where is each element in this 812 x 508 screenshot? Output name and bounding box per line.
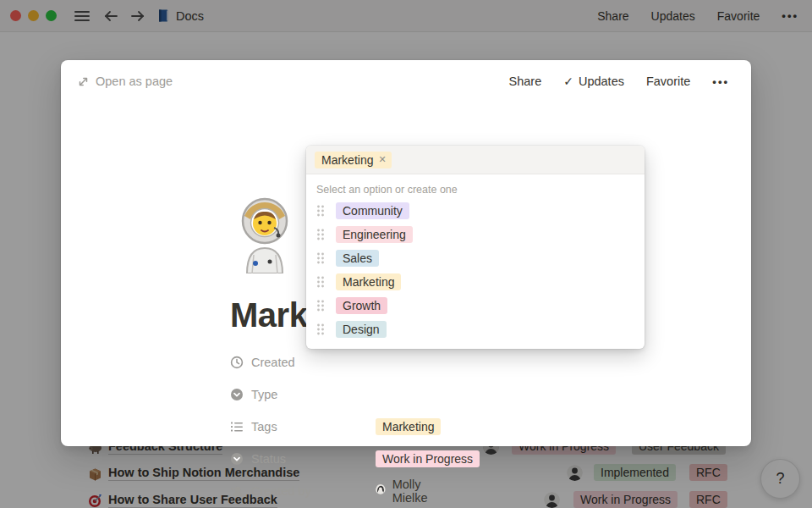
- property-created-by[interactable]: Created by: [230, 484, 374, 498]
- property-created[interactable]: Created: [230, 356, 374, 369]
- modal-share-button[interactable]: Share: [509, 75, 542, 88]
- dropdown-option-growth[interactable]: Growth: [306, 294, 645, 318]
- check-icon: ✓: [563, 75, 573, 88]
- property-label: Status: [251, 452, 286, 466]
- property-label: Type: [251, 388, 277, 401]
- property-row-tags: Tags Marketing: [230, 417, 374, 436]
- tag-input-area[interactable]: Marketing ✕: [306, 146, 645, 174]
- select-icon: [230, 452, 244, 466]
- property-status[interactable]: Status: [230, 452, 374, 466]
- created-by-name: Molly Mielke: [392, 478, 434, 505]
- open-as-page-button[interactable]: Open as page: [78, 75, 173, 88]
- dropdown-option-sales[interactable]: Sales: [306, 246, 645, 270]
- modal-header: Open as page Share ✓ Updates Favorite ••…: [61, 60, 751, 102]
- selected-tag-chip[interactable]: Marketing ✕: [315, 152, 392, 168]
- tag-select-dropdown: Marketing ✕ Select an option or create o…: [306, 146, 645, 349]
- modal-updates-button[interactable]: ✓ Updates: [563, 75, 624, 88]
- dropdown-option-marketing[interactable]: Marketing: [306, 270, 645, 294]
- modal-updates-label: Updates: [579, 75, 624, 88]
- property-label: Tags: [251, 420, 277, 433]
- open-as-page-label: Open as page: [96, 75, 173, 88]
- property-label: Created: [251, 356, 295, 369]
- option-chip[interactable]: Sales: [336, 250, 379, 267]
- tags-value-chip[interactable]: Marketing: [376, 418, 441, 435]
- modal-favorite-button[interactable]: Favorite: [646, 75, 690, 88]
- property-label: Created by: [251, 484, 311, 498]
- dropdown-option-community[interactable]: Community: [306, 199, 645, 223]
- status-value-chip[interactable]: Work in Progress: [376, 450, 480, 467]
- option-chip[interactable]: Marketing: [336, 273, 401, 290]
- multi-select-list-icon: [230, 420, 244, 433]
- drag-handle-icon[interactable]: [316, 299, 325, 312]
- drag-handle-icon[interactable]: [316, 204, 325, 218]
- expand-diagonal-icon: [78, 76, 89, 87]
- dropdown-option-engineering[interactable]: Engineering: [306, 223, 645, 246]
- drag-handle-icon[interactable]: [316, 251, 325, 265]
- option-chip[interactable]: Engineering: [336, 226, 413, 243]
- select-icon: [230, 388, 244, 401]
- drag-handle-icon[interactable]: [316, 228, 325, 241]
- clock-icon: [230, 356, 244, 369]
- dropdown-option-design[interactable]: Design: [306, 318, 645, 341]
- drag-handle-icon[interactable]: [316, 275, 325, 289]
- property-tags[interactable]: Tags: [230, 420, 374, 433]
- modal-more-button[interactable]: •••: [712, 75, 729, 88]
- property-row-created-by: Created by Molly Mielke: [230, 482, 374, 500]
- created-by-value[interactable]: Molly Mielke: [376, 478, 434, 505]
- woman-astronaut-emoji-icon[interactable]: [235, 196, 294, 273]
- option-chip[interactable]: Growth: [336, 297, 387, 314]
- property-row-status: Status Work in Progress: [230, 450, 374, 468]
- molly-avatar: [376, 483, 386, 500]
- property-row-type: Type: [230, 385, 374, 404]
- option-chip[interactable]: Design: [336, 321, 387, 338]
- dropdown-hint-text: Select an option or create one: [316, 184, 634, 196]
- property-type[interactable]: Type: [230, 388, 374, 401]
- selected-tag-label: Marketing: [321, 153, 373, 167]
- person-icon: [230, 484, 244, 498]
- remove-tag-icon[interactable]: ✕: [378, 154, 386, 165]
- property-row-created: Created: [230, 353, 374, 372]
- option-chip[interactable]: Community: [336, 202, 409, 219]
- drag-handle-icon[interactable]: [316, 323, 325, 336]
